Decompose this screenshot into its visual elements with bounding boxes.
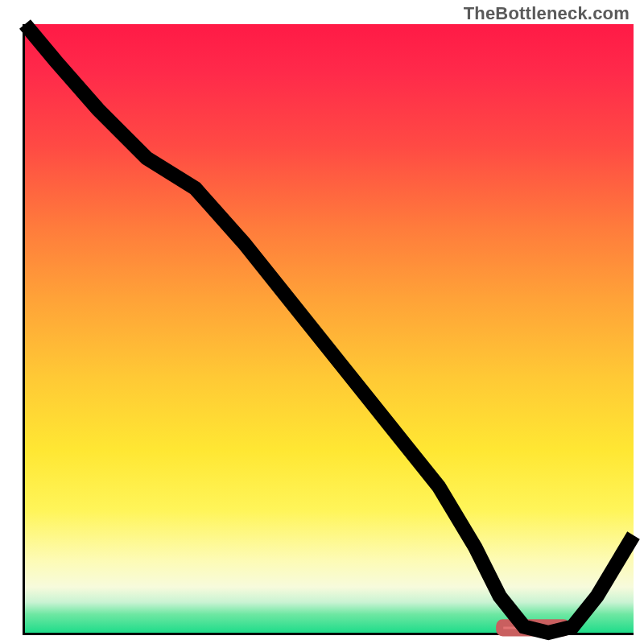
curve-line [25,24,634,633]
chart-svg [25,24,634,633]
watermark-label: TheBottleneck.com [464,3,630,24]
chart-stage: TheBottleneck.com [0,0,644,644]
plot-area [23,24,634,635]
